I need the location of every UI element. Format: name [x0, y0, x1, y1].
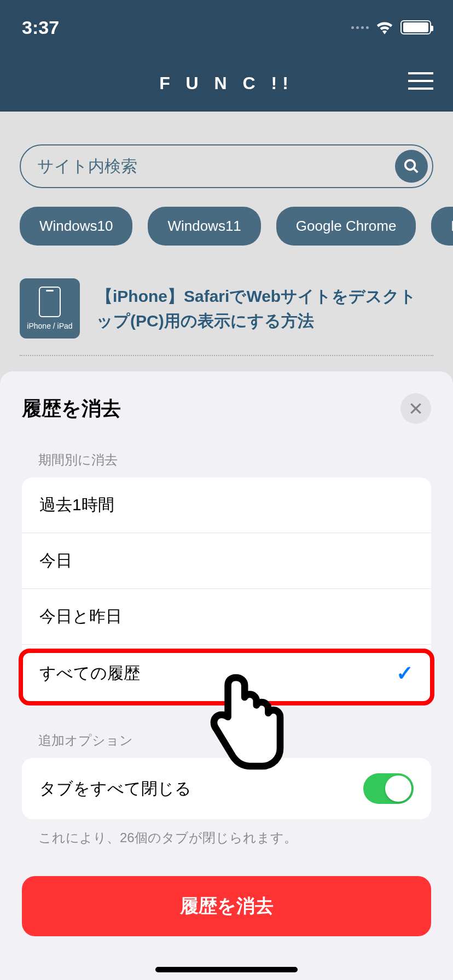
- close-all-tabs-row: タブをすべて閉じる: [22, 758, 431, 819]
- logo: F U N C !!: [159, 73, 294, 94]
- menu-button[interactable]: [408, 72, 433, 90]
- article-category-icon: iPhone / iPad: [20, 278, 80, 339]
- battery-icon: [400, 20, 431, 34]
- option-last-hour[interactable]: 過去1時間: [22, 477, 431, 533]
- option-all-history[interactable]: すべての履歴 ✓: [22, 645, 431, 702]
- status-time: 3:37: [22, 17, 59, 38]
- divider: [20, 355, 433, 356]
- home-indicator[interactable]: [155, 967, 298, 972]
- tag-windows10[interactable]: Windows10: [20, 207, 132, 246]
- period-section-label: 期間別に消去: [0, 451, 453, 477]
- extra-section: 追加オプション タブをすべて閉じる これにより、26個のタブが閉じられます。: [0, 732, 453, 847]
- article-title: 【iPhone】SafariでWebサイトをデスクトップ(PC)用の表示にする方…: [96, 284, 433, 333]
- extra-section-label: 追加オプション: [0, 732, 453, 758]
- svg-point-0: [405, 160, 415, 170]
- close-button[interactable]: [400, 393, 431, 424]
- sheet-title: 履歴を消去: [22, 395, 121, 422]
- option-today[interactable]: 今日: [22, 533, 431, 589]
- sheet-header: 履歴を消去: [0, 393, 453, 451]
- svg-line-1: [414, 168, 418, 173]
- tag-microsoft[interactable]: Micros: [431, 207, 453, 246]
- search-icon: [403, 158, 420, 174]
- tag-windows11[interactable]: Windows11: [148, 207, 260, 246]
- wifi-icon: [375, 20, 394, 34]
- clear-history-sheet: 履歴を消去 期間別に消去 過去1時間 今日 今日と昨日 すべての履歴 ✓ 追加オ…: [0, 371, 453, 980]
- search-section: [0, 112, 453, 207]
- check-icon: ✓: [396, 661, 414, 685]
- status-bar: 3:37: [0, 0, 453, 55]
- tag-list: Windows10 Windows11 Google Chrome Micros: [0, 207, 453, 278]
- article-category-label: iPhone / iPad: [27, 322, 72, 330]
- close-tabs-label: タブをすべて閉じる: [39, 778, 191, 800]
- search-input[interactable]: [37, 157, 395, 176]
- status-icons: [351, 20, 431, 34]
- option-today-yesterday[interactable]: 今日と昨日: [22, 589, 431, 645]
- tag-chrome[interactable]: Google Chrome: [276, 207, 416, 246]
- signal-dots-icon: [351, 26, 369, 29]
- app-header: F U N C !!: [0, 55, 453, 112]
- search-bar[interactable]: [20, 144, 433, 188]
- close-tabs-footnote: これにより、26個のタブが閉じられます。: [0, 819, 453, 847]
- close-icon: [409, 401, 423, 416]
- period-option-list: 過去1時間 今日 今日と昨日 すべての履歴 ✓: [22, 477, 431, 702]
- search-button[interactable]: [395, 150, 428, 183]
- article-item[interactable]: iPhone / iPad 【iPhone】SafariでWebサイトをデスクト…: [0, 278, 453, 349]
- close-tabs-toggle[interactable]: [363, 773, 414, 804]
- phone-icon: [39, 287, 61, 317]
- clear-history-button[interactable]: 履歴を消去: [22, 876, 431, 936]
